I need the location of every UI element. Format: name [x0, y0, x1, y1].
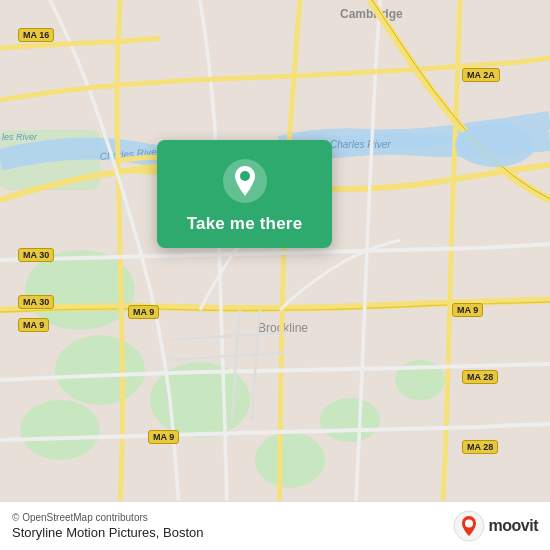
road-badge-ma9-2: MA 9: [128, 305, 159, 319]
road-badge-ma28-1: MA 28: [462, 370, 498, 384]
bottom-left-info: © OpenStreetMap contributors Storyline M…: [12, 512, 203, 540]
svg-point-4: [20, 400, 100, 460]
svg-point-18: [465, 520, 473, 528]
road-badge-ma9-4: MA 9: [148, 430, 179, 444]
svg-text:les River: les River: [2, 132, 38, 142]
road-badge-ma9-1: MA 9: [18, 318, 49, 332]
svg-text:Charles River: Charles River: [330, 139, 391, 150]
road-badge-ma2a: MA 2A: [462, 68, 500, 82]
location-pin-icon: [222, 158, 268, 204]
moovit-brand-text: moovit: [489, 517, 538, 535]
osm-credit: © OpenStreetMap contributors: [12, 512, 203, 523]
map-container: Charles River Charles River les River Ca…: [0, 0, 550, 550]
svg-point-6: [320, 398, 380, 442]
road-badge-ma30-2: MA 30: [18, 295, 54, 309]
map-svg: Charles River Charles River les River Ca…: [0, 0, 550, 550]
moovit-logo: moovit: [453, 510, 538, 542]
take-me-there-card[interactable]: Take me there: [157, 140, 332, 248]
svg-point-14: [455, 123, 535, 167]
svg-point-2: [55, 335, 145, 405]
road-badge-ma28-2: MA 28: [462, 440, 498, 454]
bottom-bar: © OpenStreetMap contributors Storyline M…: [0, 501, 550, 550]
road-badge-ma30-1: MA 30: [18, 248, 54, 262]
moovit-icon: [453, 510, 485, 542]
road-badge-ma16: MA 16: [18, 28, 54, 42]
location-name: Storyline Motion Pictures, Boston: [12, 525, 203, 540]
take-me-there-button[interactable]: Take me there: [187, 214, 303, 234]
svg-point-16: [240, 171, 250, 181]
svg-point-5: [255, 432, 325, 488]
road-badge-ma9-3: MA 9: [452, 303, 483, 317]
